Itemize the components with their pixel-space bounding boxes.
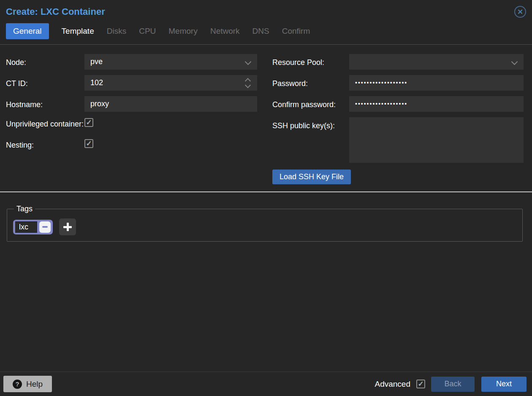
ctid-spinner-input[interactable] — [84, 75, 257, 91]
question-mark-icon: ? — [13, 380, 22, 389]
unprivileged-row: Unprivileged container: — [6, 117, 257, 131]
password-input[interactable]: •••••••••••••••••• — [349, 75, 524, 91]
tags-fieldset: Tags lxc — [7, 205, 523, 242]
ssh-keys-row: SSH public key(s): — [272, 117, 524, 164]
remove-tag-button[interactable] — [39, 221, 51, 233]
help-button-label: Help — [26, 380, 43, 389]
hostname-input[interactable] — [84, 96, 257, 112]
tab-template[interactable]: Template — [62, 23, 94, 39]
advanced-label: Advanced — [375, 380, 410, 389]
confirm-password-input[interactable]: •••••••••••••••••• — [349, 96, 524, 112]
ssh-button-row: Load SSH Key File — [272, 164, 524, 184]
help-button[interactable]: ? Help — [3, 376, 52, 392]
node-label: Node: — [6, 54, 84, 70]
spinner-arrows-icon[interactable] — [244, 78, 252, 89]
form-left-column: Node: CT ID: Hostname: — [6, 54, 257, 184]
unprivileged-label: Unprivileged container: — [6, 117, 84, 131]
minus-icon — [42, 226, 48, 228]
dialog-header: Create: LXC Container ✕ — [0, 0, 532, 22]
resource-pool-combobox[interactable] — [349, 54, 524, 70]
advanced-checkbox[interactable] — [416, 380, 425, 388]
tab-confirm: Confirm — [282, 23, 310, 39]
ssh-keys-textarea[interactable] — [349, 117, 524, 163]
dialog-title: Create: LXC Container — [6, 6, 105, 17]
plus-icon — [67, 223, 69, 231]
nesting-row: Nesting: — [6, 138, 257, 152]
spin-down-icon[interactable] — [245, 82, 251, 88]
confirm-password-label: Confirm password: — [272, 96, 349, 112]
ctid-row: CT ID: — [6, 75, 257, 91]
resource-pool-row: Resource Pool: — [272, 54, 524, 70]
unprivileged-checkbox[interactable] — [84, 118, 93, 127]
node-row: Node: — [6, 54, 257, 70]
hostname-row: Hostname: — [6, 96, 257, 112]
nesting-checkbox[interactable] — [84, 139, 93, 148]
tab-general[interactable]: General — [6, 23, 49, 39]
tab-cpu: CPU — [139, 23, 156, 39]
ssh-keys-label: SSH public key(s): — [272, 117, 349, 164]
password-row: Password: •••••••••••••••••• — [272, 75, 524, 91]
form-right-column: Resource Pool: Password: •••••••••••••••… — [272, 54, 524, 184]
load-ssh-key-file-button[interactable]: Load SSH Key File — [272, 170, 351, 184]
tab-memory: Memory — [168, 23, 198, 39]
tags-legend: Tags — [14, 205, 35, 213]
hostname-label: Hostname: — [6, 96, 84, 112]
node-combobox[interactable] — [84, 54, 257, 70]
dialog-footer: ? Help Advanced Back Next — [0, 372, 532, 396]
tag-chip: lxc — [13, 220, 53, 234]
nesting-label: Nesting: — [6, 138, 84, 152]
tab-network: Network — [210, 23, 240, 39]
tab-disks: Disks — [107, 23, 126, 39]
create-lxc-container-dialog: Create: LXC Container ✕ General Template… — [0, 0, 532, 396]
next-button[interactable]: Next — [481, 377, 527, 392]
password-label: Password: — [272, 75, 349, 91]
section-divider — [0, 191, 532, 192]
back-button[interactable]: Back — [431, 377, 475, 392]
tag-name-input[interactable]: lxc — [15, 221, 37, 233]
add-tag-button[interactable] — [59, 218, 76, 235]
tab-dns: DNS — [252, 23, 269, 39]
close-icon[interactable]: ✕ — [514, 6, 526, 18]
wizard-tabs: General Template Disks CPU Memory Networ… — [0, 22, 532, 45]
confirm-password-row: Confirm password: •••••••••••••••••• — [272, 96, 524, 112]
resource-pool-label: Resource Pool: — [272, 54, 349, 70]
general-form: Node: CT ID: Hostname: — [0, 45, 532, 184]
ctid-label: CT ID: — [6, 75, 84, 91]
